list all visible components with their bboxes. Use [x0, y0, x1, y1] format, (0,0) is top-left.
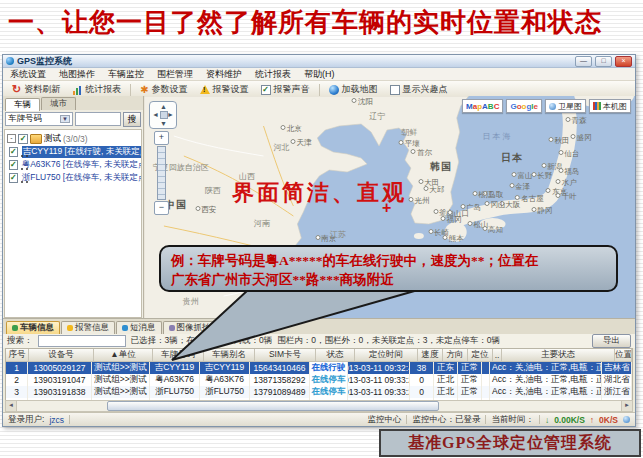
scrollbar-thumb[interactable] [107, 401, 439, 411]
menu-report[interactable]: 统计报表 [255, 68, 291, 81]
callout-line2: 广东省广州市天河区**路***商场附近 [171, 270, 606, 289]
net-up-rate: 0K/S [599, 415, 618, 425]
tree-vehicle-row[interactable]: ✓ 浙FLU750 [在线停车, 未关联定点] [7, 171, 141, 184]
local-map-button[interactable]: 本机图 [589, 99, 631, 113]
tree-vehicle-row[interactable]: ✓ 粤A63K76 [在线停车, 未关联定点] [7, 158, 141, 171]
menu-fence[interactable]: 围栏管理 [157, 68, 193, 81]
scroll-left-icon[interactable]: ◄ [6, 401, 17, 411]
local-map-icon [593, 102, 601, 110]
pan-up-icon[interactable]: ▲ [160, 103, 167, 110]
table-cell: 浙FLU750 [200, 386, 250, 398]
table-cell: Acc：关,油电：正常,电瓶：正常,未关... [490, 362, 602, 374]
globe-icon [329, 85, 339, 95]
pan-center-icon[interactable] [160, 111, 168, 119]
pan-right-icon[interactable]: ► [167, 111, 174, 118]
column-header[interactable]: 状态 [316, 349, 355, 361]
chart-icon [72, 85, 82, 95]
map-provider-mapabc[interactable]: MapABC [462, 99, 503, 113]
zoom-in-button[interactable]: + [154, 131, 169, 145]
tab-cities[interactable]: 城市 [41, 97, 76, 110]
menu-monitor[interactable]: 车辆监控 [108, 68, 144, 81]
tab-location[interactable]: 位置 [218, 321, 255, 334]
column-header[interactable]: 设备号 [29, 349, 94, 361]
login-user: jzcs [49, 415, 64, 425]
table-cell: 1 [6, 362, 28, 374]
column-header[interactable]: 位置 [615, 349, 632, 361]
column-header[interactable]: 速度 [418, 349, 443, 361]
column-header[interactable]: SIM卡号 [255, 349, 316, 361]
tree-expander-icon[interactable]: - [7, 134, 16, 143]
pan-down-icon[interactable]: ▼ [160, 120, 167, 127]
tab-alarm-info[interactable]: 报警信息 [61, 321, 115, 334]
map-provider-google[interactable]: Google [506, 99, 542, 113]
column-header[interactable]: 主要状态 [502, 349, 615, 361]
column-header[interactable]: 车辆别名 [204, 349, 255, 361]
table-cell: 测试组>>测试 [92, 374, 150, 386]
center-name: 监控中心 [367, 414, 401, 426]
table-cell: 13903191047 [28, 374, 92, 386]
search-type-combo[interactable]: 车牌号码 ▼ [5, 112, 73, 126]
map-annotation: 界面简洁、直观 [232, 178, 407, 208]
menu-map[interactable]: 地图操作 [59, 68, 95, 81]
tree-vehicle-row[interactable]: ✓ 吉CYY119 [在线行驶, 未关联定点] [7, 145, 141, 158]
zoom-slider[interactable] [157, 146, 166, 200]
alarm-info-icon [67, 325, 73, 331]
table-row[interactable]: 113005029127测试组>>测试吉CYY119吉CYY1191564341… [6, 362, 632, 374]
menu-system[interactable]: 系统设置 [10, 68, 46, 81]
column-header[interactable]: 定位 [468, 349, 493, 361]
column-header[interactable]: .. [493, 349, 502, 361]
column-header[interactable]: 定位时间 [355, 349, 418, 361]
bottom-panel: 车辆信息 报警信息 短消息 图像抓拍 位置 [3, 318, 635, 426]
login-label: 登录用户: [8, 414, 44, 426]
map-pan-control[interactable]: ▲ ▼ ◄ ► [149, 101, 177, 129]
group-checkbox[interactable]: ✓ [18, 134, 28, 144]
table-row[interactable]: 313903191838测试组>>测试浙FLU750浙FLU7501379108… [6, 386, 632, 398]
table-cell: 测试组>>测试 [92, 362, 150, 374]
satellite-view-button[interactable]: 卫星图 [545, 99, 586, 113]
menu-data[interactable]: 资料维护 [206, 68, 242, 81]
close-button[interactable]: × [615, 56, 632, 67]
group-count: (3/0/3) [63, 134, 88, 144]
network-globe-icon [623, 416, 630, 423]
message-icon [122, 325, 128, 331]
vehicle-checkbox[interactable]: ✓ [9, 160, 18, 170]
map-provider-buttons: MapABC Google 卫星图 本机图 [462, 99, 631, 113]
minimize-button[interactable]: — [575, 56, 592, 67]
menu-help[interactable]: 帮助(H) [304, 68, 335, 81]
table-cell: 吉林省 四平市 市区 北新华大街 [602, 362, 632, 374]
net-down-rate: 0.00K/S [554, 415, 585, 425]
tab-messages[interactable]: 短消息 [116, 321, 162, 334]
vehicle-checkbox[interactable]: ✓ [9, 173, 18, 183]
table-cell: 湖北省 武汉市 市区 金南一路 附近 [602, 374, 632, 386]
horizontal-scrollbar[interactable]: ◄ ► [5, 400, 633, 412]
table-cell: 粤A63K76 [200, 374, 250, 386]
table-cell: 13791089489 [250, 386, 310, 398]
callout-line1: 例：车牌号码是粤A*****的车在线行驶中，速度为**；位置在 [171, 251, 606, 270]
table-cell: 3 [6, 386, 28, 398]
table-cell: 正东 [434, 362, 458, 374]
column-header[interactable]: 方向 [443, 349, 468, 361]
page-title: 一、让您一目了然了解所有车辆的实时位置和状态 [8, 5, 638, 40]
tab-snapshot[interactable]: 图像抓拍 [163, 321, 217, 334]
column-header[interactable]: 序号 [6, 349, 29, 361]
search-button[interactable]: 搜 [123, 112, 141, 127]
pan-left-icon[interactable]: ◄ [152, 111, 159, 118]
table-cell: Acc：关,油电：正常,电瓶：正常,未关... [490, 374, 602, 386]
vehicle-checkbox[interactable]: ✓ [9, 147, 18, 157]
plate-search-input[interactable] [75, 112, 121, 126]
tree-group-row[interactable]: - ✓ 测试 (3/0/3) [7, 132, 141, 145]
tab-vehicles[interactable]: 车辆 [5, 98, 40, 111]
scroll-right-icon[interactable]: ► [621, 401, 632, 411]
grid-search-input[interactable] [38, 335, 126, 347]
table-cell: 38 [410, 362, 434, 374]
vehicle-grid: 序号设备号▲单位车牌号码车辆别名SIM卡号状态定位时间速度方向定位..主要状态位… [5, 348, 633, 401]
zoom-out-button[interactable]: − [154, 201, 169, 215]
column-header[interactable]: 车牌号码 [153, 349, 204, 361]
column-header[interactable]: ▲单位 [94, 349, 153, 361]
export-button[interactable]: 导出 [592, 334, 631, 348]
table-cell: 0 [410, 374, 434, 386]
maximize-button[interactable]: □ [595, 56, 612, 67]
tab-vehicle-info[interactable]: 车辆信息 [6, 321, 60, 334]
table-row[interactable]: 213903191047测试组>>测试粤A63K76粤A63K761387135… [6, 374, 632, 386]
table-cell: 0 [410, 386, 434, 398]
